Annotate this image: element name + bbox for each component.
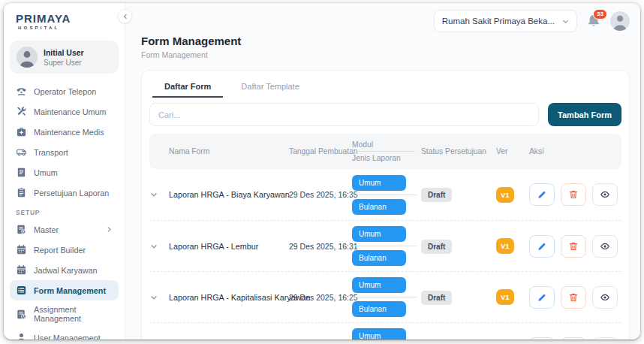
modul-cell: Umum Bulanan [352,226,421,266]
sidebar-item-label: Jadwal Karyawan [34,266,98,275]
view-button[interactable] [592,286,618,309]
sidebar-item-label: Form Management [34,286,106,295]
form-name: Laporan HRGA - Biaya Karyawan [169,190,289,199]
jenis-badge: Bulanan [352,301,406,317]
modul-badge: Umum [352,226,406,242]
row-expander-chevron-down-icon[interactable] [149,190,169,199]
jenis-badge: Bulanan [352,250,406,266]
tab-daftar-form[interactable]: Daftar Form [152,75,223,98]
sidebar-section-setup: SETUP [16,209,113,216]
notifications-button[interactable]: 33 [586,14,601,29]
modul-badge: Umum [352,277,406,293]
form-name: Laporan HRGA - Kapitalisasi Karyawan [169,293,289,302]
form-date: 29 Des 2025, 16:35 [289,190,352,199]
user-name: Initial User [44,48,84,57]
sidebar-item-label: Maintenance Medis [34,128,104,137]
table-row: Laporan HRGA - Biaya Karyawan 29 Des 202… [149,169,621,220]
assignment-clock-icon [16,309,27,320]
sidebar-item-maintenance-umum[interactable]: Maintenance Umum [10,101,119,122]
sidebar-item-umum[interactable]: Umum [10,162,119,183]
hospital-selector-value: Rumah Sakit Primaya Beka... [442,17,555,26]
form-name: Laporan HRGA - Lembur [169,242,289,251]
tab-bar: Daftar Form Daftar Template [149,75,621,98]
user-card[interactable]: Initial User Super User [10,41,119,74]
col-modul: Modul [352,140,421,149]
jenis-badge: Bulanan [352,199,406,215]
version-badge: V1 [496,238,514,254]
col-tanggal-pembuatan: Tanggal Pembuatan [289,147,352,155]
master-icon [16,224,27,235]
sidebar-item-assignment-management[interactable]: Assignment Management [10,300,119,327]
user-role: Super User [44,59,84,67]
row-expander-chevron-down-icon[interactable] [149,293,169,302]
row-expander-chevron-down-icon[interactable] [149,242,169,251]
search-input[interactable] [149,103,539,126]
delete-button[interactable] [561,286,586,309]
sidebar-item-form-management[interactable]: Form Management [10,280,119,300]
sidebar-item-label: User Management [34,333,101,340]
edit-button[interactable] [529,286,555,309]
sidebar-item-label: Assignment Management [34,305,113,323]
edit-button[interactable] [529,235,555,258]
sidebar-item-maintenance-medis[interactable]: Maintenance Medis [10,122,119,142]
phone-icon [16,86,27,97]
modul-cell: Umum Bulanan [352,277,421,317]
tab-daftar-template[interactable]: Daftar Template [229,75,311,98]
trash-icon [568,292,579,303]
status-badge: Draft [421,240,452,254]
modul-badge: Umum [352,328,406,339]
table-row: Umum Bulanan Draft V1 [149,322,621,339]
pencil-icon [537,189,547,200]
chevron-down-icon [562,18,569,25]
row-actions [529,286,621,309]
sidebar-item-label: Transport [34,148,68,157]
sidebar-item-master[interactable]: Master [10,219,119,240]
sidebar-collapse-button[interactable] [118,9,132,23]
calendar-icon [16,264,27,276]
sidebar-item-user-management[interactable]: User Management [10,327,119,339]
toolbar: Tambah Form [149,103,621,126]
sidebar-item-label: Report Builder [34,246,86,255]
tambah-form-button[interactable]: Tambah Form [548,103,621,126]
brand-title: PRIMAYA [16,12,114,25]
modul-badge: Umum [352,175,406,191]
col-jenis-laporan: Jenis Laporan [352,154,421,162]
edit-button[interactable] [529,183,555,206]
delete-button[interactable] [561,337,586,340]
trash-icon [568,241,579,252]
view-button[interactable] [592,183,618,206]
table-header: Nama Form Tanggal Pembuatan Modul Jenis … [149,134,621,169]
delete-button[interactable] [561,183,586,206]
col-aksi: Aksi [529,147,621,155]
eye-icon [600,241,610,252]
status-badge: Draft [421,188,452,202]
sidebar: PRIMAYA HOSPITAL Initial User Super User… [4,3,125,339]
col-ver: Ver [496,147,529,155]
edit-button[interactable] [529,337,555,340]
document-icon [16,167,27,178]
col-nama-form: Nama Form [169,147,289,155]
sidebar-item-report-builder[interactable]: Report Builder [10,240,119,260]
sidebar-item-operator-telepon[interactable]: Operator Telepon [10,81,119,101]
delete-button[interactable] [561,235,586,258]
sidebar-item-jadwal-karyawan[interactable]: Jadwal Karyawan [10,260,119,280]
status-badge: Draft [421,291,452,305]
sidebar-item-transport[interactable]: Transport [10,142,119,162]
view-button[interactable] [592,235,618,258]
table-row: Laporan HRGA - Kapitalisasi Karyawan 29 … [149,271,621,322]
eye-icon [600,292,610,303]
notification-count-badge: 33 [593,9,607,20]
row-actions [529,235,621,258]
form-date: 29 Des 2025, 16:31 [289,242,352,251]
pencil-icon [537,292,547,303]
row-actions [529,183,621,206]
hospital-selector[interactable]: Rumah Sakit Primaya Beka... [434,10,577,32]
sidebar-item-label: Persetujuan Laporan [34,189,109,198]
sidebar-item-persetujuan-laporan[interactable]: Persetujuan Laporan [10,183,119,203]
profile-avatar-button[interactable] [610,11,630,31]
form-list-icon [16,285,27,296]
sidebar-menu: Operator Telepon Maintenance Umum Mainte… [10,81,119,339]
version-badge: V1 [496,187,514,203]
breadcrumb: Form Management [141,50,630,59]
view-button[interactable] [592,337,618,340]
